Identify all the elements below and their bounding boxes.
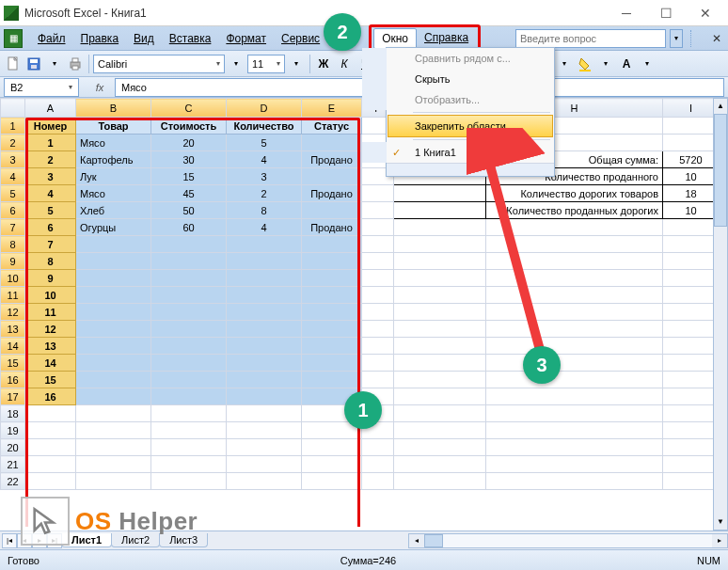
- cell-C8[interactable]: [151, 236, 227, 253]
- cell-G15[interactable]: [394, 355, 486, 372]
- col-header-D[interactable]: D: [227, 99, 302, 118]
- cell-E12[interactable]: [302, 304, 362, 321]
- cell-A21[interactable]: [25, 456, 76, 473]
- cell-D14[interactable]: [227, 338, 302, 355]
- cell-H19[interactable]: [486, 422, 663, 439]
- fill-color-icon[interactable]: [576, 54, 594, 74]
- cell-C22[interactable]: [151, 473, 227, 490]
- scroll-thumb[interactable]: [424, 534, 443, 547]
- cell-E5[interactable]: Продано: [302, 185, 362, 202]
- cell-A9[interactable]: 8: [25, 253, 76, 270]
- fx-icon[interactable]: fx: [88, 78, 111, 97]
- scroll-right-icon[interactable]: ▸: [712, 536, 727, 545]
- cell-B18[interactable]: [76, 405, 151, 422]
- cell-D12[interactable]: [227, 304, 302, 321]
- cell-C3[interactable]: 30: [151, 151, 227, 168]
- cell-D22[interactable]: [227, 473, 302, 490]
- cell-F11[interactable]: [362, 287, 394, 304]
- cell-D13[interactable]: [227, 321, 302, 338]
- cell-C2[interactable]: 20: [151, 135, 227, 151]
- cell-B11[interactable]: [76, 287, 151, 304]
- cell-A7[interactable]: 6: [25, 219, 76, 236]
- row-header-20[interactable]: 20: [1, 439, 25, 456]
- cell-B7[interactable]: Огурцы: [76, 219, 151, 236]
- cell-I12[interactable]: [663, 304, 720, 321]
- row-header-1[interactable]: 1: [1, 118, 25, 135]
- select-all-corner[interactable]: [1, 99, 25, 118]
- scroll-down-icon[interactable]: ▼: [714, 515, 727, 530]
- cell-C9[interactable]: [151, 253, 227, 270]
- cell-C12[interactable]: [151, 304, 227, 321]
- cell-F10[interactable]: [362, 270, 394, 287]
- cell-F9[interactable]: [362, 253, 394, 270]
- col-header-I[interactable]: I: [663, 99, 720, 118]
- cell-G8[interactable]: [394, 236, 486, 253]
- cell-H16[interactable]: [486, 372, 663, 388]
- cell-B6[interactable]: Хлеб: [76, 202, 151, 219]
- cell-C1[interactable]: Стоимость: [151, 118, 227, 135]
- cell-D20[interactable]: [227, 439, 302, 456]
- cell-G16[interactable]: [394, 372, 486, 388]
- cell-I22[interactable]: [663, 473, 720, 490]
- cell-H9[interactable]: [486, 253, 663, 270]
- cell-I11[interactable]: [663, 287, 720, 304]
- cell-B14[interactable]: [76, 338, 151, 355]
- row-header-10[interactable]: 10: [1, 270, 25, 287]
- cell-I4[interactable]: 10: [663, 168, 720, 185]
- row-header-3[interactable]: 3: [1, 151, 25, 168]
- cell-E16[interactable]: [302, 372, 362, 388]
- row-header-19[interactable]: 19: [1, 422, 25, 439]
- font-color-icon[interactable]: A: [617, 54, 636, 74]
- cell-D5[interactable]: 2: [227, 185, 302, 202]
- save-dropdown-icon[interactable]: ▾: [45, 54, 64, 74]
- cell-D11[interactable]: [227, 287, 302, 304]
- col-header-B[interactable]: B: [76, 99, 151, 118]
- cell-G12[interactable]: [394, 304, 486, 321]
- cell-G13[interactable]: [394, 321, 486, 338]
- menu-format[interactable]: Формат: [218, 29, 274, 48]
- cell-G10[interactable]: [394, 270, 486, 287]
- cell-G11[interactable]: [394, 287, 486, 304]
- cell-C7[interactable]: 60: [151, 219, 227, 236]
- cell-E20[interactable]: [302, 439, 362, 456]
- cell-E1[interactable]: Статус: [302, 118, 362, 135]
- cell-I17[interactable]: [663, 388, 720, 405]
- italic-icon[interactable]: К: [335, 54, 354, 74]
- cell-A6[interactable]: 5: [25, 202, 76, 219]
- cell-I5[interactable]: 18: [663, 185, 720, 202]
- cell-I19[interactable]: [663, 422, 720, 439]
- cell-C16[interactable]: [151, 372, 227, 388]
- cell-B8[interactable]: [76, 236, 151, 253]
- cell-C6[interactable]: 50: [151, 202, 227, 219]
- cell-G18[interactable]: [394, 405, 486, 422]
- cell-H12[interactable]: [486, 304, 663, 321]
- cell-B5[interactable]: Мясо: [76, 185, 151, 202]
- minimize-button[interactable]: ─: [608, 2, 645, 24]
- cell-A11[interactable]: 10: [25, 287, 76, 304]
- cell-B1[interactable]: Товар: [76, 118, 151, 135]
- cell-G22[interactable]: [394, 473, 486, 490]
- cell-D18[interactable]: [227, 405, 302, 422]
- row-header-17[interactable]: 17: [1, 388, 25, 405]
- cell-A13[interactable]: 12: [25, 321, 76, 338]
- menu-file[interactable]: Файл: [30, 29, 73, 48]
- cell-E8[interactable]: [302, 236, 362, 253]
- cell-I6[interactable]: 10: [663, 202, 720, 219]
- cell-E6[interactable]: [302, 202, 362, 219]
- menu-item-freeze-panes[interactable]: Закрепить области: [388, 115, 553, 137]
- cell-B10[interactable]: [76, 270, 151, 287]
- cell-A5[interactable]: 4: [25, 185, 76, 202]
- cell-C13[interactable]: [151, 321, 227, 338]
- cell-B13[interactable]: [76, 321, 151, 338]
- row-header-9[interactable]: 9: [1, 253, 25, 270]
- save-icon[interactable]: [24, 54, 43, 74]
- menu-edit[interactable]: Правка: [73, 29, 127, 48]
- cell-F15[interactable]: [362, 355, 394, 372]
- cell-D17[interactable]: [227, 388, 302, 405]
- cell-H6[interactable]: Количество проданных дорогих: [486, 202, 663, 219]
- cell-G9[interactable]: [394, 253, 486, 270]
- cell-I2[interactable]: [663, 135, 720, 151]
- font-color-dropdown-icon[interactable]: ▾: [638, 54, 657, 74]
- cell-E10[interactable]: [302, 270, 362, 287]
- cell-F6[interactable]: [362, 202, 394, 219]
